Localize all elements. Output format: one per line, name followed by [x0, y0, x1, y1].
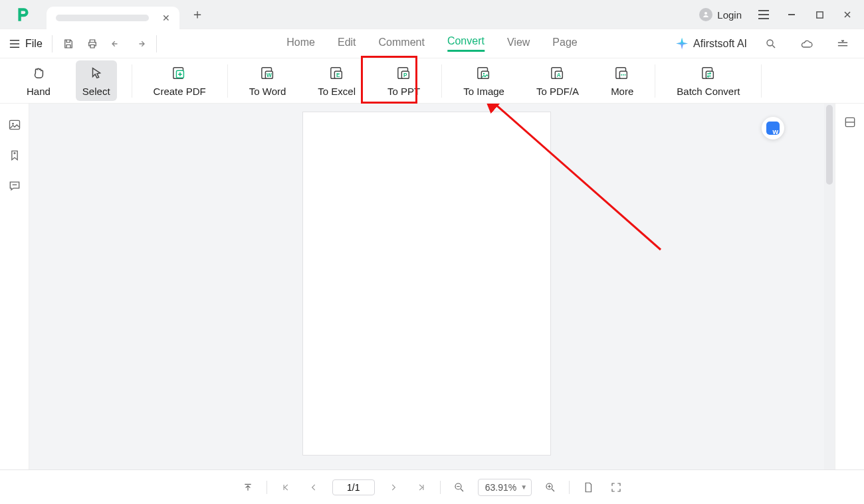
svg-text:A: A	[557, 72, 561, 78]
properties-panel-button[interactable]	[843, 116, 857, 129]
document-canvas[interactable]	[29, 104, 824, 469]
print-button[interactable]	[80, 33, 104, 54]
undo-button[interactable]	[104, 33, 128, 54]
search-icon	[765, 38, 777, 50]
collapse-icon	[837, 39, 848, 48]
svg-rect-27	[9, 120, 19, 129]
tab-convert[interactable]: Convert	[447, 35, 485, 52]
status-bar: 63.91% ▼	[0, 469, 864, 504]
select-tool-button[interactable]: Select	[76, 60, 117, 101]
scroll-top-button[interactable]	[239, 478, 257, 497]
cloud-button[interactable]	[795, 33, 819, 54]
svg-point-2	[767, 40, 773, 46]
last-page-button[interactable]	[412, 478, 431, 497]
fullscreen-icon	[610, 481, 622, 493]
svg-text:P: P	[403, 72, 407, 78]
svg-point-16	[483, 73, 485, 74]
ribbon-toolbar: Hand Select Create PDF W To Word E	[0, 58, 864, 104]
hand-icon	[30, 64, 47, 82]
svg-rect-1	[816, 11, 822, 17]
svg-text:W: W	[266, 72, 271, 78]
collapse-ribbon-button[interactable]	[831, 33, 855, 54]
left-sidebar	[0, 104, 29, 469]
more-icon	[613, 64, 631, 82]
thumbnails-panel-button[interactable]	[5, 116, 24, 134]
chevron-right-icon	[389, 483, 398, 492]
to-image-button[interactable]: To Image	[457, 60, 511, 101]
close-tab-button[interactable]: ✕	[160, 13, 173, 23]
batch-convert-button[interactable]: Batch Convert	[670, 60, 746, 101]
scrollbar-thumb[interactable]	[826, 105, 833, 185]
next-page-button[interactable]	[384, 478, 403, 497]
ai-assistant-button[interactable]: Afirstsoft AI	[676, 38, 747, 50]
to-excel-label: To Excel	[318, 86, 356, 97]
comments-panel-button[interactable]	[5, 177, 24, 195]
menubar: File Home Edit Comment Convert View Page…	[0, 29, 864, 58]
tab-comment[interactable]: Comment	[379, 37, 425, 51]
zoom-out-icon	[453, 481, 465, 493]
zoom-level-select[interactable]: 63.91% ▼	[478, 479, 532, 496]
fit-page-button[interactable]	[579, 478, 597, 497]
page-number-input[interactable]	[332, 479, 375, 495]
create-pdf-button[interactable]: Create PDF	[147, 60, 213, 101]
hand-tool-button[interactable]: Hand	[20, 60, 57, 101]
redo-icon	[134, 38, 146, 50]
ribbon-group-convert-2: To Image A To PDF/A More	[442, 60, 655, 101]
chevron-left-icon	[309, 483, 318, 492]
workspace	[0, 104, 864, 469]
ribbon-group-batch: Batch Convert	[655, 60, 761, 101]
save-button[interactable]	[56, 33, 80, 54]
divider	[156, 35, 157, 52]
ribbon-group-create: Create PDF	[132, 60, 227, 101]
to-excel-button[interactable]: E To Excel	[311, 60, 362, 101]
to-word-button[interactable]: W To Word	[243, 60, 293, 101]
close-window-button[interactable]	[836, 5, 859, 25]
divider	[52, 35, 53, 52]
vertical-scrollbar[interactable]	[824, 104, 835, 469]
new-tab-button[interactable]: ＋	[187, 5, 207, 25]
svg-text:E: E	[336, 72, 340, 78]
panel-icon	[843, 116, 857, 129]
image-icon	[8, 118, 21, 131]
right-sidebar	[835, 104, 864, 469]
to-ppt-button[interactable]: P To PPT	[381, 60, 427, 101]
tab-edit[interactable]: Edit	[338, 37, 356, 51]
comment-icon	[8, 179, 21, 193]
ribbon-group-convert: W To Word E To Excel P To PPT	[228, 60, 441, 101]
word-doc-icon: W	[259, 64, 276, 82]
to-ppt-label: To PPT	[387, 86, 420, 97]
app-logo	[0, 6, 47, 23]
to-word-label: To Word	[249, 86, 286, 97]
word-badge-icon	[766, 122, 780, 135]
app-menu-button[interactable]	[752, 5, 775, 25]
more-convert-button[interactable]: More	[604, 60, 640, 101]
to-pdfa-button[interactable]: A To PDF/A	[530, 60, 586, 101]
document-tab[interactable]: ✕	[47, 7, 179, 29]
tab-home[interactable]: Home	[286, 37, 315, 51]
bookmarks-panel-button[interactable]	[5, 146, 24, 165]
save-icon	[62, 38, 74, 50]
search-button[interactable]	[759, 33, 783, 54]
fullscreen-button[interactable]	[607, 478, 625, 497]
tab-view[interactable]: View	[507, 37, 530, 51]
minimize-button[interactable]	[780, 5, 803, 25]
convert-to-word-badge[interactable]	[762, 117, 784, 139]
file-menu-button[interactable]: File	[4, 35, 48, 52]
first-page-button[interactable]	[276, 478, 295, 497]
svg-point-28	[12, 123, 14, 125]
svg-rect-15	[481, 71, 488, 78]
zoom-in-button[interactable]	[541, 478, 560, 497]
menubar-right: Afirstsoft AI	[676, 33, 855, 54]
svg-point-0	[704, 12, 707, 15]
tab-page[interactable]: Page	[552, 37, 577, 51]
to-pdfa-label: To PDF/A	[536, 86, 579, 97]
cloud-icon	[800, 39, 813, 49]
chevron-down-icon: ▼	[520, 483, 527, 491]
redo-button[interactable]	[128, 33, 152, 54]
prev-page-button[interactable]	[304, 478, 323, 497]
login-label: Login	[717, 9, 742, 21]
svg-rect-26	[706, 71, 713, 78]
zoom-out-button[interactable]	[450, 478, 469, 497]
login-button[interactable]: Login	[694, 5, 747, 24]
maximize-button[interactable]	[808, 5, 831, 25]
